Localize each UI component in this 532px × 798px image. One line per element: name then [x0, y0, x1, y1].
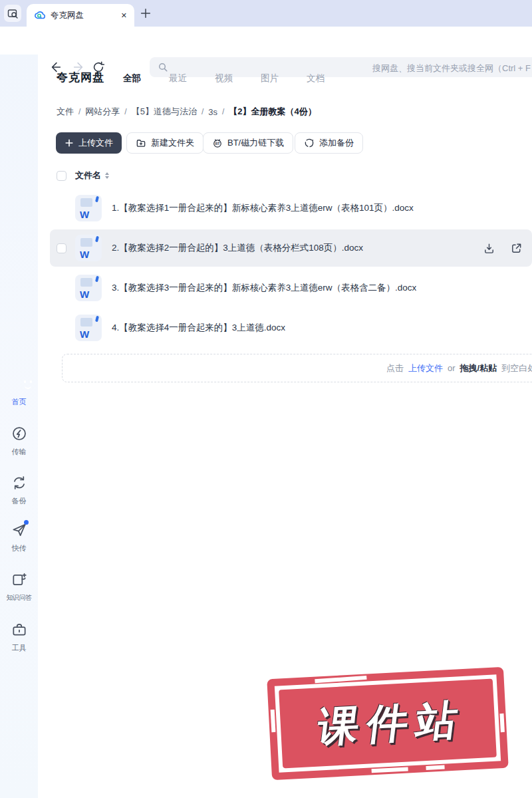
search-placeholder: 搜网盘、搜当前文件夹或搜全网（Ctrl + F） — [372, 63, 532, 74]
kejianzhan-stamp-watermark: 课件站 — [267, 667, 508, 780]
file-row[interactable]: W 3.【教案选择3一册合起来的】新标核心素养3上道德erw（表格含二备）.do… — [50, 269, 532, 307]
sidebar-item-4[interactable]: 快传 — [0, 521, 38, 553]
upload-file-button[interactable]: 上传文件 — [56, 132, 122, 154]
plus-icon — [139, 7, 152, 20]
file-row[interactable]: W 1.【教案选择1一册合起来的】新标核心素养3上道德erw（表格101页）.d… — [50, 190, 532, 227]
file-row[interactable]: W 2.【教案选择2一册合起的】3上道德（表格分栏式108页）.docx — [50, 229, 532, 267]
home-icon — [11, 375, 28, 392]
svg-text:BT: BT — [215, 142, 220, 146]
tab-close-icon[interactable]: ✕ — [121, 12, 127, 19]
search-icon — [158, 62, 168, 72]
tab-search-button[interactable] — [4, 5, 21, 22]
tools-icon — [11, 621, 28, 638]
file-list-header: 文件名 — [50, 166, 532, 186]
open-external-icon[interactable] — [510, 242, 523, 255]
breadcrumb: 文件/网站分享/【5】道德与法治/3s/【2】全册教案（4份） — [57, 106, 317, 118]
sidebar: 首页 传输 备份 快传 知识问答 工具 — [0, 55, 38, 798]
bt-magnet-icon: BT — [212, 138, 223, 148]
breadcrumb-item-3[interactable]: 【5】道德与法治 — [132, 106, 197, 118]
view-tab-5[interactable]: 文档 — [307, 72, 325, 84]
view-tab-2[interactable]: 最近 — [169, 72, 187, 84]
breadcrumb-separator: / — [124, 107, 126, 116]
new-folder-label: 新建文件夹 — [151, 137, 194, 149]
sidebar-item-1[interactable]: 首页 — [0, 375, 38, 407]
tab-title: 夸克网盘 — [51, 10, 121, 21]
add-backup-button[interactable]: 添加备份 — [295, 132, 363, 154]
breadcrumb-separator: / — [201, 107, 203, 116]
file-row[interactable]: W 4.【教案选择4一册合起来的】3上道德.docx — [50, 309, 532, 346]
page-title: 夸克网盘 — [57, 70, 104, 85]
view-tab-3[interactable]: 视频 — [215, 72, 233, 84]
sort-asc-triangle — [105, 172, 109, 175]
bt-magnet-label: BT/磁力链下载 — [227, 137, 284, 149]
file-name[interactable]: 2.【教案选择2一册合起的】3上道德（表格分栏式108页）.docx — [112, 242, 363, 254]
sidebar-item-label: 知识问答 — [0, 593, 38, 602]
new-folder-button[interactable]: 新建文件夹 — [126, 132, 203, 154]
file-name-column-header: 文件名 — [75, 170, 101, 182]
upload-dropzone[interactable]: 点击 上传文件 or 拖拽/粘贴 到空白处 — [62, 354, 532, 382]
stamp-text: 课件站 — [307, 699, 467, 749]
file-checkbox[interactable] — [57, 243, 66, 253]
stamp-inner: 课件站 — [279, 679, 497, 769]
sidebar-item-label: 首页 — [0, 397, 38, 407]
breadcrumb-separator: / — [222, 107, 224, 116]
backup-circle-icon — [304, 138, 315, 148]
word-icon-letter: W — [80, 209, 89, 219]
sort-icon[interactable] — [105, 172, 109, 179]
sidebar-item-label: 备份 — [0, 496, 38, 506]
knowledge-icon — [11, 571, 28, 589]
breadcrumb-item-4[interactable]: 3s — [208, 107, 217, 117]
hint-or: or — [448, 363, 456, 373]
breadcrumb-item-2[interactable]: 网站分享 — [85, 106, 120, 118]
new-tab-button[interactable] — [138, 5, 154, 21]
word-doc-icon: W — [75, 235, 102, 261]
folder-plus-icon — [136, 138, 146, 148]
plus-icon — [65, 138, 74, 148]
file-name[interactable]: 1.【教案选择1一册合起来的】新标核心素养3上道德erw（表格101页）.doc… — [112, 202, 414, 214]
notification-badge — [24, 520, 29, 525]
sidebar-item-5[interactable]: 知识问答 — [0, 571, 38, 602]
quick-send-icon — [11, 521, 28, 539]
sort-desc-triangle — [105, 176, 109, 179]
tab-search-icon — [7, 8, 19, 19]
breadcrumb-item-1[interactable]: 文件 — [57, 106, 74, 118]
download-icon[interactable] — [483, 242, 495, 255]
view-tabs: 全部最近视频图片文档 — [123, 72, 325, 84]
word-icon-letter: W — [80, 329, 89, 339]
hint-suffix: 到空白处 — [501, 362, 532, 374]
sidebar-item-label: 快传 — [0, 543, 38, 553]
quark-drive-window: 夸克网盘 ✕ — [0, 0, 532, 798]
browser-toolbar: 搜网盘、搜当前文件夹或搜全网（Ctrl + F） — [0, 27, 532, 55]
sidebar-item-2[interactable]: 传输 — [0, 425, 38, 457]
browser-tab-active[interactable]: 夸克网盘 ✕ — [27, 4, 134, 27]
word-doc-icon: W — [75, 275, 102, 301]
file-row-actions — [483, 229, 523, 267]
upload-file-label: 上传文件 — [78, 137, 113, 149]
breadcrumb-separator: / — [78, 107, 80, 116]
quark-logo-icon — [34, 10, 45, 21]
sidebar-item-6[interactable]: 工具 — [0, 621, 38, 653]
breadcrumb-item-5: 【2】全册教案（4份） — [229, 106, 316, 118]
sidebar-item-3[interactable]: 备份 — [0, 474, 38, 506]
browser-tab-bar: 夸克网盘 ✕ — [0, 0, 532, 27]
bt-magnet-download-button[interactable]: BT BT/磁力链下载 — [203, 132, 293, 154]
hint-drag-paste: 拖拽/粘贴 — [460, 362, 497, 374]
word-icon-letter: W — [80, 249, 89, 259]
upload-hint-text: 点击 上传文件 or 拖拽/粘贴 到空白处 — [386, 354, 532, 382]
view-tab-4[interactable]: 图片 — [261, 72, 279, 84]
transfer-icon — [11, 425, 28, 442]
backup-icon — [11, 474, 28, 491]
hint-prefix: 点击 — [386, 362, 404, 374]
file-name[interactable]: 4.【教案选择4一册合起来的】3上道德.docx — [112, 322, 285, 334]
upload-file-link[interactable]: 上传文件 — [408, 362, 443, 374]
word-doc-icon: W — [75, 315, 102, 341]
word-doc-icon: W — [75, 195, 102, 221]
select-all-checkbox[interactable] — [57, 171, 66, 181]
add-backup-label: 添加备份 — [319, 137, 354, 149]
file-name[interactable]: 3.【教案选择3一册合起来的】新标核心素养3上道德erw（表格含二备）.docx — [112, 282, 416, 294]
sidebar-item-label: 传输 — [0, 447, 38, 457]
view-tab-1[interactable]: 全部 — [123, 72, 141, 84]
word-icon-letter: W — [80, 289, 89, 299]
sidebar-item-label: 工具 — [0, 643, 38, 653]
